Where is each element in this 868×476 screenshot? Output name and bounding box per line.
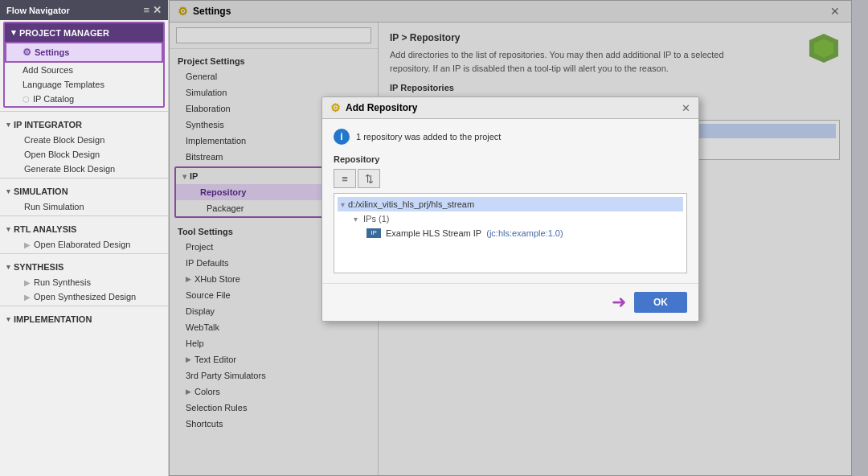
triangle-icon: ▾ [6, 121, 10, 129]
repo-toolbar: ≡ ⇅ [334, 169, 687, 188]
arrow-icon: ▶ [24, 240, 31, 249]
repo-tree: ▾ d:/xilinx_vitis_hls_prj/hls_stream ▾ I… [334, 193, 687, 273]
run-synthesis-item[interactable]: ▶ Run Synthesis [0, 275, 168, 289]
simulation-header[interactable]: ▾ SIMULATION [0, 183, 168, 199]
play-icon: ▶ [24, 278, 31, 287]
repo-refresh-button[interactable]: ⇅ [358, 169, 380, 188]
info-icon: i [334, 129, 350, 145]
ip-id: (jc:hls:example:1.0) [486, 228, 563, 238]
flow-navigator: Flow Navigator ≡ ✕ ▾ PROJECT MANAGER ⚙ S… [0, 0, 169, 476]
triangle-icon: ▾ [6, 187, 10, 195]
dialog-close-button[interactable]: ✕ [682, 102, 690, 114]
arrow-icon: ▶ [24, 293, 31, 302]
synthesis-header[interactable]: ▾ SYNTHESIS [0, 259, 168, 275]
run-simulation-item[interactable]: Run Simulation [0, 199, 168, 214]
rtl-analysis-section: ▾ RTL ANALYSIS ▶ Open Elaborated Design [0, 221, 168, 252]
triangle-icon: ▾ [6, 263, 10, 271]
open-synthesized-design-item[interactable]: ▶ Open Synthesized Design [0, 289, 168, 304]
ip-integrator-header[interactable]: ▾ IP INTEGRATOR [0, 117, 168, 133]
open-elaborated-design-item[interactable]: ▶ Open Elaborated Design [0, 237, 168, 252]
ip-catalog-item[interactable]: ⬡ IP Catalog [5, 92, 163, 106]
repo-ip-entry[interactable]: IP Example HLS Stream IP (jc:hls:example… [338, 226, 683, 240]
expand-icon: ▾ [341, 200, 345, 209]
repo-ips-row: ▾ IPs (1) [338, 211, 683, 226]
language-templates-item[interactable]: Language Templates [5, 77, 163, 92]
simulation-section: ▾ SIMULATION Run Simulation [0, 183, 168, 214]
dialog-footer: ➜ OK [322, 283, 698, 321]
repo-root-row[interactable]: ▾ d:/xilinx_vitis_hls_prj/hls_stream [338, 197, 683, 211]
triangle-icon: ▾ [6, 225, 10, 233]
implementation-header[interactable]: ▾ IMPLEMENTATION [0, 311, 168, 327]
expand-icon-ips: ▾ [354, 215, 358, 224]
rtl-analysis-header[interactable]: ▾ RTL ANALYSIS [0, 221, 168, 237]
generate-block-design-item[interactable]: Generate Block Design [0, 162, 168, 176]
dialog-body: i 1 repository was added to the project … [322, 119, 698, 283]
repo-path: d:/xilinx_vitis_hls_prj/hls_stream [348, 199, 474, 209]
nav-icon-2[interactable]: ✕ [153, 4, 162, 16]
ok-arrow-icon: ➜ [612, 292, 626, 313]
create-block-design-item[interactable]: Create Block Design [0, 133, 168, 147]
nav-icon-1[interactable]: ≡ [143, 4, 149, 16]
flow-navigator-header: Flow Navigator ≡ ✕ [0, 0, 168, 20]
flow-navigator-title: Flow Navigator [6, 6, 70, 15]
ip-catalog-icon: ⬡ [23, 95, 30, 104]
main-area: ⚙ Settings ✕ Project Settings General Si… [169, 0, 868, 476]
add-repository-dialog: ⚙ Add Repository ✕ i 1 repository was ad… [321, 96, 699, 322]
open-block-design-item[interactable]: Open Block Design [0, 147, 168, 162]
implementation-section: ▾ IMPLEMENTATION [0, 311, 168, 327]
triangle-icon: ▾ [6, 315, 10, 323]
dialog-info-row: i 1 repository was added to the project [334, 129, 687, 145]
settings-item[interactable]: ⚙ Settings [5, 42, 163, 63]
dialog-titlebar: ⚙ Add Repository ✕ [322, 97, 698, 119]
triangle-icon: ▾ [11, 27, 16, 38]
nav-header-icons: ≡ ✕ [143, 4, 162, 16]
ip-name: Example HLS Stream IP [386, 228, 481, 238]
dialog-title: Add Repository [346, 102, 417, 113]
ok-button[interactable]: OK [634, 292, 687, 313]
repository-label: Repository [334, 154, 687, 164]
add-sources-item[interactable]: Add Sources [5, 63, 163, 77]
ip-entry-icon: IP [366, 228, 381, 238]
dialog-title-icon: ⚙ [330, 101, 341, 114]
ip-integrator-section: ▾ IP INTEGRATOR Create Block Design Open… [0, 117, 168, 176]
project-manager-section: ▾ PROJECT MANAGER ⚙ Settings Add Sources… [3, 22, 165, 108]
dialog-info-text: 1 repository was added to the project [356, 132, 501, 142]
project-manager-title[interactable]: ▾ PROJECT MANAGER [5, 23, 163, 42]
synthesis-section: ▾ SYNTHESIS ▶ Run Synthesis ▶ Open Synth… [0, 259, 168, 304]
repo-sort-button[interactable]: ≡ [334, 169, 356, 188]
gear-icon: ⚙ [23, 47, 31, 58]
